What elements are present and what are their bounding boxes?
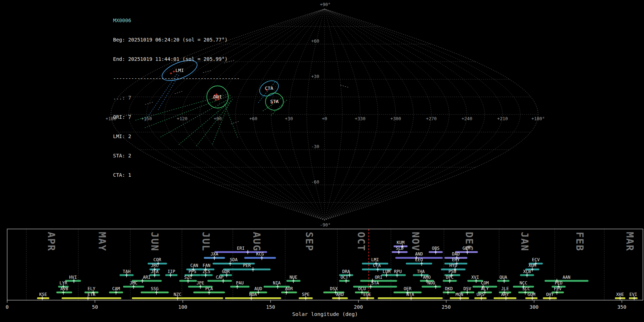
month-label-sep: SEP xyxy=(304,232,315,252)
shower-bar-kcg xyxy=(244,257,276,259)
shower-bar-aur xyxy=(281,292,297,293)
shower-cam: CAM xyxy=(109,286,123,295)
shower-bar-aan xyxy=(545,280,589,282)
shower-label-ege: EGE xyxy=(363,292,371,297)
month-label-oct: OCT xyxy=(356,232,367,252)
shower-aan: AAN xyxy=(545,275,589,283)
shower-label-lyr: LYR xyxy=(59,280,67,286)
shower-label-kcg: KCG xyxy=(256,252,264,257)
x-axis-tick-label: 250 xyxy=(442,304,451,310)
activity-timeline: APRMAYJUNJULAUGSEPOCTNOVDECJANFEBMARKUME… xyxy=(6,229,643,317)
shower-label-qua: QUA xyxy=(499,275,507,280)
session-begin: Beg: 20251019 06:24:20 (sol = 205.77°) xyxy=(113,36,240,43)
sky-lon-label: +270 xyxy=(426,116,436,121)
shower-label-dsx: DSX xyxy=(330,286,338,291)
count-sporadic: ...: 7 xyxy=(113,94,240,101)
shower-label-ssg: SSG xyxy=(151,286,158,291)
shower-nda: NDA xyxy=(225,292,281,301)
shower-label-gdr: GDR xyxy=(222,269,230,274)
shower-label-gum: GUM xyxy=(527,292,535,297)
shower-label-ari: ARI xyxy=(143,275,151,280)
shower-label-lmi: LMI xyxy=(371,257,379,262)
shower-label-rpu: RPU xyxy=(394,269,402,274)
shower-label-cam: CAM xyxy=(112,286,120,291)
shower-label-ecv: ECV xyxy=(532,257,540,262)
x-axis-tick-label: 0 xyxy=(6,304,9,310)
x-axis-tick-label: 150 xyxy=(266,304,275,310)
shower-lum: LUM xyxy=(381,269,392,278)
shower-label-oer: OER xyxy=(404,286,411,291)
sky-grid-meridian xyxy=(325,9,503,220)
shower-label-aud: AUD xyxy=(254,286,262,291)
shower-label-szc: SZC xyxy=(184,275,192,280)
info-separator: ----------------------------------------… xyxy=(113,75,240,82)
month-label-apr: APR xyxy=(46,232,57,252)
shower-label-mon: MON xyxy=(455,292,463,297)
shower-label-aan: AAN xyxy=(563,275,571,280)
session-info: MX0006 Beg: 20251019 06:24:20 (sol = 205… xyxy=(113,4,240,191)
shower-iip: IIP xyxy=(165,269,177,278)
shower-label-fed: FED xyxy=(555,280,563,286)
shower-obs: OBS xyxy=(429,246,443,254)
shower-label-gem: GEM xyxy=(463,246,470,251)
shower-label-dsv: DSV xyxy=(463,286,471,291)
shower-bar-cap xyxy=(208,280,232,282)
shower-label-zcs: ZCS xyxy=(203,269,210,274)
shower-pau: PAU xyxy=(230,280,249,289)
shower-label-nia: NIA xyxy=(273,280,281,286)
shower-label-ori: ORI xyxy=(375,275,382,280)
shower-label-nda: NDA xyxy=(249,292,257,297)
sky-lat-label: +30 xyxy=(311,74,319,79)
shower-label-pps: PPS xyxy=(189,269,196,274)
shower-label-hyd: HYD xyxy=(449,263,457,268)
shower-label-per: PER xyxy=(243,263,251,268)
shower-label-aur: AUR xyxy=(285,286,293,291)
shower-label-sta: STA xyxy=(371,280,379,286)
shower-spe: SPE xyxy=(299,292,313,301)
shower-label-evi: EVI xyxy=(629,292,637,297)
shower-label-jpe: JPE xyxy=(196,280,204,286)
shower-label-amo: AMO xyxy=(423,275,431,280)
shower-label-sld: SLD xyxy=(396,246,404,251)
shower-label-xvi: XVI xyxy=(471,275,479,280)
shower-ahy: AHY xyxy=(494,292,517,301)
shower-label-jle: JLE xyxy=(501,286,509,291)
x-axis-tick-label: 300 xyxy=(530,304,538,310)
session-end: End: 20251019 11:44:01 (sol = 205.99°) xyxy=(113,56,240,62)
app-canvas: +180+150+120+90+60+30+0+330+300+270+240+… xyxy=(0,0,644,322)
shower-label-dad: DAD xyxy=(452,252,460,257)
shower-label-ard: ARD xyxy=(336,292,344,297)
sky-lon-label: +300 xyxy=(390,116,401,121)
month-label-aug: AUG xyxy=(251,232,262,252)
shower-label-jxa: JXA xyxy=(210,252,218,257)
sky-lat-label: -90° xyxy=(320,222,331,228)
shower-label-tha: THA xyxy=(417,269,425,274)
shower-label-hvi: HVI xyxy=(69,275,77,280)
shower-label-oct: OCT xyxy=(341,275,348,280)
shower-label-and: AND xyxy=(415,252,423,257)
shower-label-scc: SCC xyxy=(522,286,530,291)
sky-lat-label: +60 xyxy=(311,38,319,44)
shower-xhe: XHE xyxy=(615,292,626,301)
shower-label-jmc: JMC xyxy=(130,280,138,286)
x-axis-title: Solar longitude (deg) xyxy=(292,311,358,317)
month-label-nov: NOV xyxy=(410,232,421,252)
charts: +180+150+120+90+60+30+0+330+300+270+240+… xyxy=(0,0,644,322)
shower-bar-noo xyxy=(422,286,441,288)
shower-oct: OCT xyxy=(339,275,350,283)
shower-label-leo: LEO xyxy=(415,257,423,262)
shower-bar-eta xyxy=(62,297,121,299)
shower-hvi: HVI xyxy=(65,275,81,283)
shower-label-ahy: AHY xyxy=(501,292,509,297)
month-label-jun: JUN xyxy=(149,232,160,252)
shower-label-kse: KSE xyxy=(39,292,47,297)
shower-rpu: RPU xyxy=(390,269,406,278)
sky-lon-label: +60 xyxy=(249,116,258,121)
shower-label-xhe: XHE xyxy=(616,292,624,297)
shower-label-jrc: JRC xyxy=(151,263,158,268)
radiant-label-sta: STA xyxy=(270,99,279,104)
shower-bar-oct xyxy=(339,280,350,282)
count-cta: CTA: 1 xyxy=(113,172,240,178)
shower-label-ohy: OHY xyxy=(546,292,554,297)
shower-label-ncc: NCC xyxy=(519,280,527,286)
